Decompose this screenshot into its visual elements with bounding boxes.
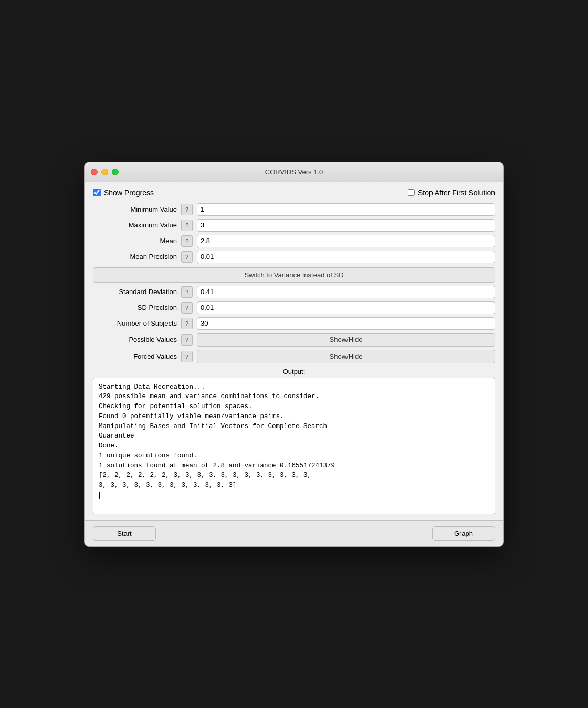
- main-content: Show Progress Stop After First Solution …: [85, 182, 503, 520]
- mean-row: Mean ?: [93, 235, 495, 247]
- mean-input[interactable]: [197, 235, 495, 247]
- show-progress-label[interactable]: Show Progress: [93, 189, 154, 197]
- mean-precision-row: Mean Precision ?: [93, 251, 495, 263]
- maximize-button[interactable]: [112, 169, 119, 175]
- show-progress-checkbox[interactable]: [93, 189, 101, 196]
- maximum-value-row: Maximum Value ?: [93, 219, 495, 232]
- number-of-subjects-help[interactable]: ?: [181, 318, 193, 329]
- maximum-value-label: Maximum Value: [93, 221, 177, 229]
- titlebar: CORVIDS Vers 1.0: [85, 162, 503, 182]
- standard-deviation-input[interactable]: [197, 286, 495, 298]
- minimum-value-input[interactable]: [197, 203, 495, 216]
- maximum-value-help[interactable]: ?: [181, 220, 193, 231]
- sd-precision-row: SD Precision ?: [93, 301, 495, 314]
- forced-values-showhide-btn[interactable]: Show/Hide: [197, 350, 495, 363]
- standard-deviation-help[interactable]: ?: [181, 286, 193, 298]
- mean-help[interactable]: ?: [181, 235, 193, 247]
- form-grid-2: Standard Deviation ? SD Precision ? Numb…: [93, 286, 495, 363]
- standard-deviation-label: Standard Deviation: [93, 288, 177, 296]
- window-title: CORVIDS Vers 1.0: [265, 168, 323, 176]
- bottom-bar: Start Graph: [85, 520, 503, 546]
- mean-precision-input[interactable]: [197, 251, 495, 263]
- minimum-value-row: Minimum Value ?: [93, 203, 495, 216]
- top-controls-row: Show Progress Stop After First Solution: [93, 189, 495, 197]
- output-label: Output:: [93, 368, 495, 376]
- possible-values-help[interactable]: ?: [181, 334, 193, 346]
- output-area[interactable]: Starting Data Recreation... 429 possible…: [93, 378, 495, 514]
- form-grid: Minimum Value ? Maximum Value ? Mean ? M…: [93, 203, 495, 263]
- forced-values-row: Forced Values ? Show/Hide: [93, 350, 495, 363]
- number-of-subjects-label: Number of Subjects: [93, 319, 177, 327]
- forced-values-help[interactable]: ?: [181, 351, 193, 362]
- main-window: CORVIDS Vers 1.0 Show Progress Stop Afte…: [84, 162, 504, 547]
- minimum-value-help[interactable]: ?: [181, 204, 193, 215]
- graph-button[interactable]: Graph: [432, 526, 495, 541]
- maximum-value-input[interactable]: [197, 219, 495, 232]
- minimum-value-label: Minimum Value: [93, 205, 177, 213]
- sd-precision-help[interactable]: ?: [181, 302, 193, 314]
- sd-precision-input[interactable]: [197, 301, 495, 314]
- possible-values-row: Possible Values ? Show/Hide: [93, 333, 495, 347]
- mean-label: Mean: [93, 237, 177, 245]
- standard-deviation-row: Standard Deviation ?: [93, 286, 495, 298]
- mean-precision-help[interactable]: ?: [181, 251, 193, 263]
- sd-precision-label: SD Precision: [93, 304, 177, 311]
- number-of-subjects-input[interactable]: [197, 317, 495, 330]
- minimize-button[interactable]: [101, 169, 108, 175]
- number-of-subjects-row: Number of Subjects ?: [93, 317, 495, 330]
- text-cursor: [99, 492, 100, 499]
- start-button[interactable]: Start: [93, 526, 156, 541]
- switch-variance-btn[interactable]: Switch to Variance Instead of SD: [93, 267, 495, 283]
- forced-values-label: Forced Values: [93, 352, 177, 360]
- traffic-lights: [91, 169, 119, 175]
- possible-values-showhide-btn[interactable]: Show/Hide: [197, 333, 495, 347]
- mean-precision-label: Mean Precision: [93, 253, 177, 261]
- stop-after-first-checkbox[interactable]: [408, 189, 415, 196]
- close-button[interactable]: [91, 169, 98, 175]
- possible-values-label: Possible Values: [93, 336, 177, 343]
- stop-after-first-label[interactable]: Stop After First Solution: [408, 189, 495, 197]
